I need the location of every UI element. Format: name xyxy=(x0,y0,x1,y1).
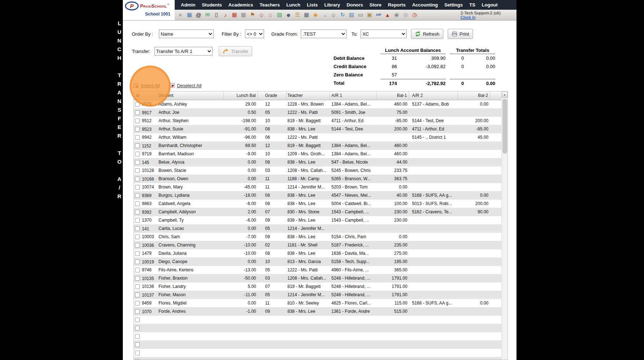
row-checkbox[interactable] xyxy=(135,102,140,107)
chat-icon[interactable]: ✉ xyxy=(204,11,211,19)
row-checkbox[interactable] xyxy=(135,251,140,256)
scrollbar-up-arrow[interactable]: ▲ xyxy=(502,92,507,98)
calendar-red-icon[interactable]: ▦ xyxy=(231,11,238,19)
row-checkbox[interactable] xyxy=(135,185,140,190)
column-header-id[interactable]: id xyxy=(134,92,158,100)
filter-by-select[interactable]: <> 0 xyxy=(245,30,264,38)
nav-item-admin[interactable]: Admin xyxy=(178,2,198,8)
calculator-icon[interactable]: ▦ xyxy=(303,11,310,19)
table-row[interactable]: 10128Bowen, Stacie0.00031208 - Mrs. Call… xyxy=(134,166,502,175)
speaker-icon[interactable]: ♪ xyxy=(222,11,229,19)
attendance-icon[interactable]: ☺ xyxy=(330,11,337,19)
column-header-teacher[interactable]: Teacher xyxy=(287,92,330,100)
clock-icon[interactable]: ◷ xyxy=(411,11,418,19)
award-icon[interactable]: ◆ xyxy=(312,11,319,19)
table-row[interactable]: 10019Diego, Canope0.0010813 - Mrs. Garci… xyxy=(134,258,502,266)
row-checkbox[interactable] xyxy=(135,143,140,148)
nav-item-reports[interactable]: Reports xyxy=(385,2,409,8)
nav-item-donors[interactable]: Donors xyxy=(343,2,366,8)
column-header-bal-2[interactable]: Bal-2 xyxy=(458,92,490,100)
table-row[interactable]: 9459Flores, Migdiel0.0011810 - Mr. Seele… xyxy=(134,299,502,307)
lunch-tickets-icon[interactable]: ▤ xyxy=(276,11,283,19)
scrollbar-thumb[interactable] xyxy=(502,99,507,154)
table-row[interactable]: 10136Fisher, Landry5.0007819 - Mr. Bagge… xyxy=(134,283,502,291)
refresh-button[interactable]: Refresh xyxy=(411,29,443,39)
schedule-grid-icon[interactable]: ▦ xyxy=(186,11,193,19)
row-checkbox[interactable] xyxy=(135,226,140,231)
table-row[interactable]: 10168Branson, Owen0.00111188 - Mr. Camp5… xyxy=(134,175,502,183)
nav-item-lists[interactable]: Lists xyxy=(304,2,321,8)
email-icon[interactable]: @ xyxy=(195,11,202,19)
people-icon[interactable]: ☻ xyxy=(285,11,292,19)
keyboard-icon[interactable]: ▭ xyxy=(357,11,364,19)
table-row[interactable]: 1370Campbell, Ty-6.0009838 - Mrs. Lee154… xyxy=(134,216,502,225)
row-checkbox[interactable] xyxy=(135,160,140,165)
column-header-lunch-bal[interactable]: Lunch Bal xyxy=(224,92,258,100)
table-row[interactable]: 9978Adams, Ashley29.00121228 - Mrs. Bowe… xyxy=(134,100,502,108)
row-checkbox[interactable] xyxy=(135,293,140,297)
news-icon[interactable]: ▤ xyxy=(348,11,355,19)
table-row[interactable]: 145Belue, Alyssa0.0008838 - Mrs. Lee547 … xyxy=(134,158,502,166)
nav-item-library[interactable]: Library xyxy=(321,2,343,8)
row-checkbox[interactable] xyxy=(135,259,140,264)
row-checkbox[interactable] xyxy=(135,152,140,156)
row-checkbox[interactable] xyxy=(135,334,140,339)
nav-item-academics[interactable]: Academics xyxy=(225,2,256,8)
row-checkbox[interactable] xyxy=(135,193,140,198)
column-header-grade[interactable]: Grade xyxy=(258,92,287,100)
nav-item-teachers[interactable]: Teachers xyxy=(256,2,283,8)
table-row[interactable]: 9746Fils-Aime, Kerlens-13.00051222 - Ms.… xyxy=(134,266,502,274)
row-checkbox[interactable] xyxy=(135,127,140,132)
announcement-icon[interactable]: ⚑ xyxy=(249,11,256,19)
table-row[interactable]: 9719Barnhart, Madison-9.00101209 - Mrs. … xyxy=(134,150,502,158)
nav-item-logout[interactable]: Logout xyxy=(479,2,501,8)
pdf-icon[interactable]: ▲ xyxy=(384,11,391,19)
web-icon[interactable]: ◉ xyxy=(393,11,400,19)
nav-item-store[interactable]: Store xyxy=(366,2,385,8)
row-checkbox[interactable] xyxy=(135,201,140,206)
row-checkbox[interactable] xyxy=(135,177,140,181)
table-row[interactable]: 9512Arthur, Stephen-198.0010819 - Mr. Ba… xyxy=(134,117,502,125)
nav-item-lunch[interactable]: Lunch xyxy=(283,2,304,8)
row-checkbox[interactable] xyxy=(135,119,140,123)
student-red-icon[interactable]: ☺ xyxy=(258,11,265,19)
grade-to-select[interactable]: XC xyxy=(361,30,407,38)
row-checkbox[interactable] xyxy=(135,301,140,306)
row-checkbox[interactable] xyxy=(135,210,140,214)
ap-icon[interactable]: A/P xyxy=(375,11,382,19)
column-header-a-r-1[interactable]: A/R 1 xyxy=(330,92,377,100)
row-checkbox[interactable] xyxy=(135,309,140,314)
table-row[interactable]: 1070Forde, Andres-1.0009838 - Mrs. Lee13… xyxy=(134,307,502,316)
row-checkbox[interactable] xyxy=(135,235,140,239)
print-button[interactable]: Print xyxy=(448,29,473,39)
order-by-select[interactable]: Name xyxy=(159,30,214,38)
row-checkbox[interactable] xyxy=(135,218,140,223)
calendar-icon[interactable]: ▦ xyxy=(240,11,247,19)
row-checkbox[interactable] xyxy=(135,276,140,281)
table-row[interactable]: 9369Burgos, Lydiana-18.0008838 - Mrs. Le… xyxy=(134,191,502,200)
clock-in-link[interactable]: Clock In xyxy=(461,15,476,19)
briefcase-icon[interactable]: ▣ xyxy=(366,11,373,19)
grade-from-select[interactable]: .TEST xyxy=(301,30,346,38)
record-icon[interactable]: ◎ xyxy=(402,11,409,19)
table-row[interactable]: 9917Arthur, Joe0.50051222 - Ms. Patti509… xyxy=(134,108,502,117)
row-checkbox[interactable] xyxy=(135,351,140,355)
table-row[interactable]: 9392Campbell, Addyson2.0007830 - Mrs. St… xyxy=(134,208,502,216)
column-header-student[interactable]: Student xyxy=(158,92,224,100)
table-row[interactable]: 10036Cravens, Channing-10.00021181 - Mr.… xyxy=(134,241,502,249)
export-icon[interactable]: → xyxy=(321,11,328,19)
row-checkbox[interactable] xyxy=(135,168,140,173)
student-pink-icon[interactable]: ☺ xyxy=(267,11,274,19)
table-row[interactable]: 141Carita, Lucas0.00051214 - Jennifer M.… xyxy=(134,225,502,233)
table-row[interactable]: 1152Barnhardt, Christopher69.5012819 - M… xyxy=(134,142,502,150)
table-row[interactable]: 9863Caldwell, Angela-6.0008838 - Mrs. Le… xyxy=(134,200,502,208)
row-checkbox[interactable] xyxy=(135,243,140,248)
select-all-link[interactable]: Select All xyxy=(133,83,160,88)
nav-item-students[interactable]: Students xyxy=(198,2,225,8)
column-header-bal-1[interactable]: Bal-1 xyxy=(377,92,409,100)
search-icon[interactable]: ⌕ xyxy=(177,11,184,19)
nav-item-settings[interactable]: Settings xyxy=(441,2,466,8)
deselect-all-link[interactable]: Deselect All xyxy=(170,83,201,88)
transfer-button[interactable]: Transfer xyxy=(219,46,252,56)
row-checkbox[interactable] xyxy=(135,110,140,115)
